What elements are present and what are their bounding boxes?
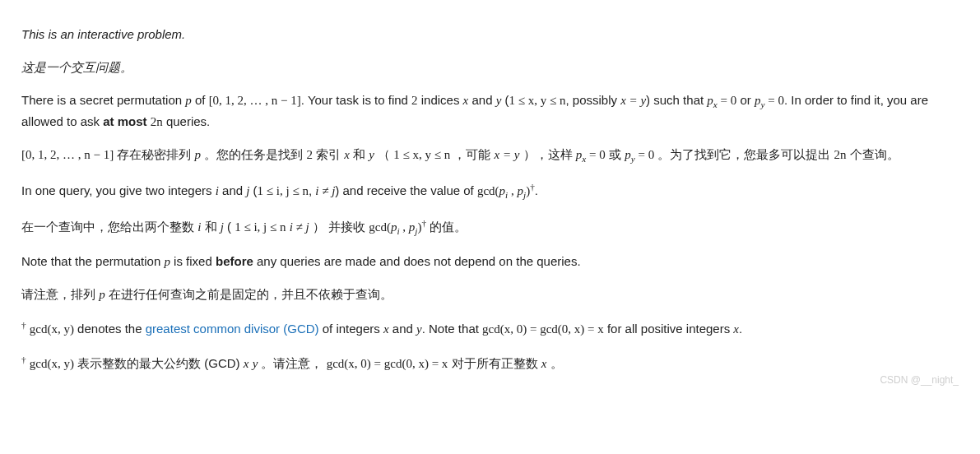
paragraph-5-zh: † gcd(x, y) 表示整数的最大公约数 (GCD) x y 。请注意， g… xyxy=(21,352,959,373)
text-bold: before xyxy=(216,254,253,268)
text: is fixed xyxy=(170,254,216,268)
text-bold: at most xyxy=(103,114,151,128)
paragraph-5-en: † gcd(x, y) denotes the greatest common … xyxy=(21,317,959,339)
math: i ≠ j xyxy=(290,220,309,234)
text: . xyxy=(535,183,538,197)
text: . Note that xyxy=(422,322,482,336)
math: i ≠ j xyxy=(315,184,335,197)
paragraph-2-en: There is a secret permutation p of [0, 1… xyxy=(21,90,959,132)
text: 。为了找到它，您最多可以提出 xyxy=(654,147,834,161)
text: , possibly xyxy=(565,93,620,107)
paragraph-3-en: In one query, you give two integers i an… xyxy=(21,179,959,202)
text: ，可能 xyxy=(450,147,494,161)
math: y xyxy=(416,322,422,336)
math: [0, 1, 2, … , n − 1] xyxy=(209,94,301,107)
math: x xyxy=(383,322,389,336)
text: indices xyxy=(418,93,463,107)
math: p xyxy=(517,184,523,197)
text: or xyxy=(736,93,755,107)
math: , xyxy=(508,184,517,197)
math: gcd( xyxy=(369,220,391,234)
text: 和 xyxy=(201,220,220,234)
text: ( xyxy=(224,220,235,234)
text: 的值。 xyxy=(426,220,467,234)
math: p xyxy=(99,288,105,301)
dagger-icon: † xyxy=(21,320,26,330)
math: gcd(x, y) xyxy=(30,357,74,370)
text: . Your task is to find xyxy=(301,93,411,107)
math: [0, 1, 2, … , n − 1] xyxy=(21,148,114,161)
math: x = y xyxy=(620,94,646,107)
text: 或 xyxy=(606,147,625,161)
text: 表示整数的最大公约数 (GCD) xyxy=(74,356,244,370)
text: 和 xyxy=(350,147,369,161)
text: 个查询。 xyxy=(846,147,899,161)
text: of xyxy=(192,93,209,107)
math: gcd(x, y) xyxy=(30,322,74,336)
math: p xyxy=(195,148,202,161)
paragraph-4-en: Note that the permutation p is fixed bef… xyxy=(21,252,959,271)
math: gcd(x, 0) = gcd(0, x) = x xyxy=(327,357,448,370)
math: = 0 xyxy=(718,94,736,107)
math: p xyxy=(625,148,631,161)
text: . xyxy=(739,322,742,336)
math: 2n xyxy=(151,115,163,128)
math: = 0 xyxy=(586,148,605,161)
math: 1 ≤ i, j ≤ n xyxy=(258,184,309,197)
math: = 0 xyxy=(635,148,654,161)
text: ），这样 xyxy=(520,147,576,161)
math: , xyxy=(400,220,409,234)
math: 2n xyxy=(834,148,846,161)
math: 2 xyxy=(306,148,313,161)
text: In one query, you give two integers xyxy=(21,183,216,197)
text: 请注意，排列 xyxy=(21,287,99,301)
math: p xyxy=(707,94,713,107)
paragraph-2-zh: [0, 1, 2, … , n − 1] 存在秘密排列 p 。您的任务是找到 2… xyxy=(21,145,959,166)
math: gcd(x, 0) = gcd(0, x) = x xyxy=(482,322,604,336)
text: 。请注意， xyxy=(258,356,326,370)
text: There is a secret permutation xyxy=(21,93,185,107)
paragraph-4-zh: 请注意，排列 p 在进行任何查询之前是固定的，并且不依赖于查询。 xyxy=(21,285,959,304)
text: 在进行任何查询之前是固定的，并且不依赖于查询。 xyxy=(105,287,392,301)
text: Note that the permutation xyxy=(21,254,164,268)
text: queries. xyxy=(163,114,211,128)
math: p xyxy=(185,94,192,107)
gcd-link[interactable]: greatest common divisor (GCD) xyxy=(146,322,319,336)
text: ） 并接收 xyxy=(309,220,369,234)
math: p xyxy=(164,255,170,268)
text: , xyxy=(309,183,315,197)
intro-line-en: This is an interactive problem. xyxy=(21,25,959,44)
text: 存在秘密排列 xyxy=(114,147,194,161)
text: 在一个查询中，您给出两个整数 xyxy=(21,220,197,234)
text: and xyxy=(389,322,416,336)
text: 索引 xyxy=(313,147,344,161)
text: 对于所有正整数 xyxy=(448,356,541,370)
text: ) such that xyxy=(646,93,707,107)
math: y xyxy=(369,148,374,161)
text: for all positive integers xyxy=(604,322,734,336)
math: = 0 xyxy=(764,94,783,107)
text: and xyxy=(219,183,246,197)
paragraph-3-zh: 在一个查询中，您给出两个整数 i 和 j ( 1 ≤ i, j ≤ n i ≠ … xyxy=(21,215,959,239)
math: x = y xyxy=(495,148,520,161)
dagger-icon: † xyxy=(21,354,26,364)
text: ) and receive the value of xyxy=(335,183,477,197)
text: 。 xyxy=(546,356,562,370)
math: 1 ≤ i, j ≤ n xyxy=(235,220,286,234)
text: 。您的任务是找到 xyxy=(201,147,306,161)
math: p xyxy=(499,184,506,197)
text: ( xyxy=(249,183,257,197)
text: and xyxy=(468,93,495,107)
math: 1 ≤ x, y ≤ n xyxy=(393,148,450,161)
text: ( xyxy=(501,93,509,107)
math: gcd( xyxy=(477,184,499,197)
text: any queries are made and does not depend… xyxy=(253,254,581,268)
intro-line-zh: 这是一个交互问题。 xyxy=(21,58,959,77)
text: of integers xyxy=(319,322,383,336)
text: denotes the xyxy=(74,322,146,336)
watermark: CSDN @__night_ xyxy=(880,373,959,388)
math: 2 xyxy=(411,94,418,107)
text: （ xyxy=(374,147,393,161)
math: x xyxy=(344,148,350,161)
math: 1 ≤ x, y ≤ n xyxy=(509,94,566,107)
